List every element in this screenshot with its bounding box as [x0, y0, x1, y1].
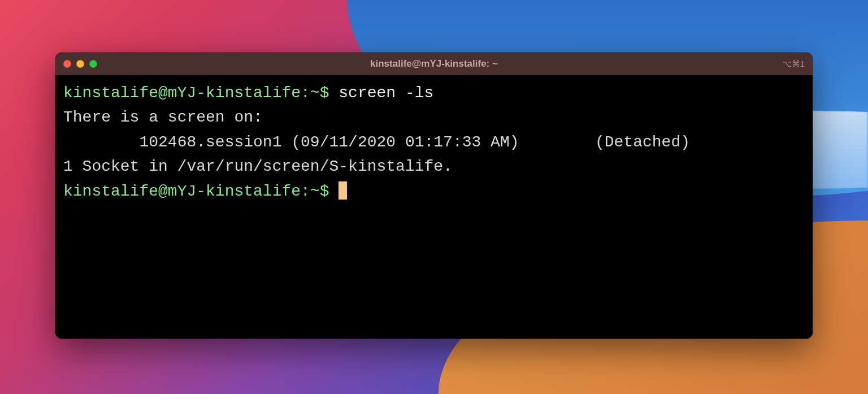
- terminal-output-line: There is a screen on:: [63, 105, 805, 129]
- shell-command: screen -ls: [338, 84, 433, 102]
- titlebar[interactable]: kinstalife@mYJ-kinstalife: ~ ⌥⌘1: [55, 53, 813, 75]
- cursor: [338, 181, 347, 200]
- terminal-window: kinstalife@mYJ-kinstalife: ~ ⌥⌘1 kinstal…: [55, 53, 813, 339]
- window-title: kinstalife@mYJ-kinstalife: ~: [55, 58, 813, 70]
- terminal-line-prompt: kinstalife@mYJ-kinstalife:~$: [63, 179, 805, 204]
- shell-prompt: kinstalife@mYJ-kinstalife:~$: [63, 84, 338, 102]
- terminal-output-line: 1 Socket in /var/run/screen/S-kinstalife…: [63, 154, 805, 179]
- close-button[interactable]: [63, 60, 71, 68]
- terminal-line-1: kinstalife@mYJ-kinstalife:~$ screen -ls: [63, 81, 805, 105]
- minimize-button[interactable]: [76, 60, 84, 68]
- shell-prompt: kinstalife@mYJ-kinstalife:~$: [63, 183, 338, 200]
- terminal-body[interactable]: kinstalife@mYJ-kinstalife:~$ screen -lsT…: [55, 75, 813, 339]
- traffic-lights: [63, 60, 97, 68]
- terminal-output-line: 102468.session1 (09/11/2020 01:17:33 AM)…: [63, 130, 805, 154]
- maximize-button[interactable]: [89, 60, 97, 68]
- tab-indicator: ⌥⌘1: [782, 59, 805, 69]
